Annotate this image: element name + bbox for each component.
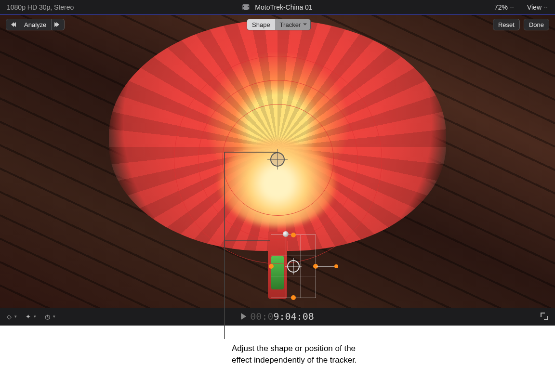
play-icon[interactable] <box>241 313 246 320</box>
view-menu[interactable]: View﹀ <box>527 3 548 12</box>
timecode-dim: 00:0 <box>250 311 273 322</box>
chevron-down-icon: ﹀ <box>543 5 548 11</box>
shape-center-crosshair[interactable] <box>270 152 285 167</box>
analyze-button[interactable]: Analyze <box>19 19 51 30</box>
viewer-header: 1080p HD 30p, Stereo MotoTrek-China 01 7… <box>0 0 555 15</box>
rewind-icon <box>11 22 14 27</box>
mode-shape[interactable]: Shape <box>247 19 275 30</box>
tracker-handle-left[interactable] <box>269 264 274 269</box>
format-info: 1080p HD 30p, Stereo <box>7 3 74 11</box>
mode-tracker-dropdown[interactable]: Tracker <box>275 19 311 30</box>
retime-tool[interactable]: ◷▾ <box>45 313 55 320</box>
chevron-down-icon: ﹀ <box>510 5 515 11</box>
reset-button[interactable]: Reset <box>493 19 520 30</box>
tracker-handle-bottom[interactable] <box>291 295 296 300</box>
viewer-window: 1080p HD 30p, Stereo MotoTrek-China 01 7… <box>0 0 555 326</box>
timecode-value: 9:04:08 <box>273 311 314 322</box>
tracker-center-crosshair[interactable] <box>287 260 300 273</box>
analyze-backward-button[interactable] <box>6 19 19 30</box>
tracker-region[interactable] <box>271 235 316 298</box>
done-button[interactable]: Done <box>524 19 549 30</box>
tracker-handle-top[interactable] <box>291 233 296 237</box>
fullscreen-icon[interactable] <box>541 313 548 320</box>
analyze-controls: Analyze <box>6 19 65 30</box>
tracker-extend-handle[interactable] <box>317 266 336 267</box>
enhance-tool[interactable]: ✦▾ <box>26 313 36 320</box>
zoom-menu[interactable]: 72%﹀ <box>494 3 515 12</box>
video-canvas[interactable]: Analyze Shape Tracker Reset Done <box>0 15 555 308</box>
transform-tool[interactable]: ◇▾ <box>7 313 17 320</box>
viewer-toolbar: ◇▾ ✦▾ ◷▾ 00:09:04:08 <box>0 308 555 325</box>
film-icon <box>242 4 249 10</box>
clip-title: MotoTrek-China 01 <box>255 3 312 11</box>
onscreen-mode-selector[interactable]: Shape Tracker <box>247 19 311 30</box>
analyze-forward-button[interactable] <box>51 19 65 30</box>
tracker-rotation-handle[interactable] <box>283 231 289 237</box>
timecode-display[interactable]: 00:09:04:08 <box>241 311 314 322</box>
forward-icon <box>56 22 59 27</box>
